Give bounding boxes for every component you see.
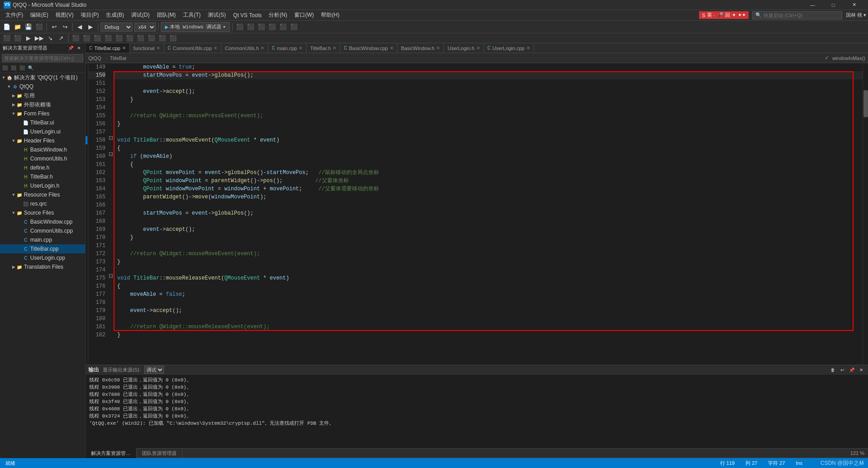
tab-close-btn2[interactable]: ✕ <box>156 46 160 50</box>
tab-close-btn9[interactable]: ✕ <box>476 46 480 50</box>
tab-close-btn8[interactable]: ✕ <box>436 46 440 50</box>
tree-main-cpp[interactable]: C main.cpp <box>0 235 85 244</box>
t2-btn5[interactable]: ↘ <box>45 33 55 43</box>
quick-search-bar[interactable]: 🔍 <box>752 11 842 19</box>
save-btn[interactable]: 💾 <box>23 22 33 32</box>
menu-edit[interactable]: 编辑(E) <box>27 10 52 21</box>
tab-close-btn4[interactable]: ✕ <box>260 46 264 50</box>
undo-btn[interactable]: ↩ <box>49 22 59 32</box>
tree-userlogin-h[interactable]: H UserLogin.h <box>0 181 85 190</box>
tree-commonutils-cpp[interactable]: C CommonUtils.cpp <box>0 226 85 235</box>
tree-userlogin-ui[interactable]: 📄 UserLogin.ui <box>0 127 85 136</box>
tree-titlebar-cpp[interactable]: C TitleBar.cpp <box>0 244 85 253</box>
tab-close-btn3[interactable]: ✕ <box>214 46 217 50</box>
quick-search-input[interactable] <box>763 13 831 18</box>
tab-main-cpp[interactable]: C main.cpp ✕ <box>268 43 306 53</box>
tree-resource-files[interactable]: ▼ 📁 Resource Files <box>0 190 85 199</box>
status-ins[interactable]: Ins <box>794 460 804 466</box>
t2-btn3[interactable]: ▶ <box>23 33 33 43</box>
menu-team[interactable]: 团队(M) <box>153 10 179 21</box>
output-close-btn[interactable]: ✕ <box>857 366 865 374</box>
tab-commonutils-h[interactable]: CommonUtils.h ✕ <box>221 43 268 53</box>
t2-btn10[interactable]: ⬛ <box>103 33 113 43</box>
tab-userlogin-h[interactable]: UserLogin.h ✕ <box>444 43 484 53</box>
t2-btn15[interactable]: ⬛ <box>157 33 167 43</box>
tree-titlebar-ui[interactable]: 📄 TitleBar.ui <box>0 118 85 127</box>
toolbar-extra-btn6[interactable]: ⬛ <box>289 22 299 32</box>
code-editor-area[interactable]: 149 150 151 152 153 154 155 156 157 158 … <box>86 63 868 365</box>
t2-btn13[interactable]: ⬛ <box>136 33 146 43</box>
status-line[interactable]: 行 119 <box>718 460 736 467</box>
tree-header-files[interactable]: ▼ 📁 Header Files <box>0 136 85 145</box>
scrollbar-thumb[interactable] <box>863 90 868 117</box>
tab-titlebar-cpp[interactable]: C TitleBar.cpp ✕ <box>86 43 130 53</box>
tab-close-btn6[interactable]: ✕ <box>333 46 336 50</box>
menu-tools[interactable]: 工具(T) <box>179 10 204 21</box>
sidebar-tb2[interactable]: ⬛ <box>9 64 18 72</box>
tree-translation-files[interactable]: ▶ 📁 Translation Files <box>0 262 85 271</box>
sidebar-pin-btn[interactable]: 📌 <box>67 45 74 52</box>
maximize-button[interactable]: □ <box>823 0 844 10</box>
t2-btn8[interactable]: ⬛ <box>82 33 91 43</box>
toolbar-extra-btn1[interactable]: ⬛ <box>235 22 245 32</box>
t2-btn1[interactable]: ⬛ <box>2 33 12 43</box>
tree-external-deps[interactable]: ▶ 📁 外部依赖项 <box>0 100 85 109</box>
tree-define-h[interactable]: H define.h <box>0 163 85 172</box>
sidebar-tb3[interactable]: ⬛ <box>18 64 26 72</box>
menu-test[interactable]: 测试(S) <box>204 10 229 21</box>
menu-view[interactable]: 视图(V) <box>52 10 77 21</box>
t2-btn6[interactable]: ↗ <box>56 33 66 43</box>
tab-basicwindow-cpp[interactable]: C BasicWindow.cpp ✕ <box>340 43 397 53</box>
menu-build[interactable]: 生成(B) <box>102 10 128 21</box>
open-file-btn[interactable]: 📁 <box>13 22 23 32</box>
fold-btn-175[interactable]: − <box>109 274 113 278</box>
tab-basicwindow-h[interactable]: BasicWindow.h ✕ <box>397 43 444 53</box>
t2-btn16[interactable]: ⬛ <box>168 33 178 43</box>
fold-btn-160[interactable]: − <box>109 152 113 156</box>
redo-btn[interactable]: ↪ <box>60 22 70 32</box>
t2-btn4[interactable]: ▶▶ <box>34 33 44 43</box>
run-debugger-btn[interactable]: ▶ 本地 Windows 调试器 ▾ <box>161 22 230 32</box>
tab-close-btn[interactable]: ✕ <box>122 46 126 50</box>
status-char[interactable]: 字符 27 <box>766 460 786 467</box>
vertical-scrollbar[interactable] <box>863 63 868 365</box>
menu-debug[interactable]: 调试(D) <box>128 10 153 21</box>
sidebar-close-btn[interactable]: ✕ <box>75 45 82 52</box>
tab-close-btn7[interactable]: ✕ <box>390 46 393 50</box>
tree-form-files[interactable]: ▼ 📁 Form Files <box>0 109 85 118</box>
tree-titlebar-h[interactable]: H TitleBar.h <box>0 172 85 181</box>
output-word-wrap-btn[interactable]: ↩ <box>838 366 846 374</box>
sidebar-tb4[interactable]: 🔍 <box>27 64 35 72</box>
bottom-tab-solution[interactable]: 解决方案资源管… <box>86 448 137 458</box>
t2-btn12[interactable]: ⬛ <box>125 33 135 43</box>
menu-analyze[interactable]: 分析(N) <box>265 10 291 21</box>
menu-file[interactable]: 文件(F) <box>2 10 27 21</box>
status-col[interactable]: 列 27 <box>744 460 759 467</box>
platform-dropdown[interactable]: x64 x86 <box>134 23 156 32</box>
tree-basicwindow-h[interactable]: H BasicWindow.h <box>0 145 85 154</box>
toolbar-extra-btn3[interactable]: ⬛ <box>256 22 266 32</box>
sidebar-search-input[interactable] <box>2 54 83 62</box>
debug-config-dropdown[interactable]: Debug Release <box>101 23 132 32</box>
minimize-button[interactable]: — <box>802 0 823 10</box>
output-clear-btn[interactable]: 🗑 <box>829 366 837 374</box>
tree-basicwindow-cpp[interactable]: C BasicWindow.cpp <box>0 217 85 226</box>
toolbar-extra-btn2[interactable]: ⬛ <box>246 22 256 32</box>
toolbar-extra-btn5[interactable]: ⬛ <box>278 22 288 32</box>
sougou-input[interactable]: S英·🎤回✦✦✦ <box>699 11 748 19</box>
menu-project[interactable]: 项目(P) <box>77 10 102 21</box>
tree-references[interactable]: ▶ 📁 引用 <box>0 91 85 100</box>
tree-userlogin-cpp[interactable]: C UserLogin.cpp <box>0 253 85 262</box>
tree-res-qrc[interactable]: ⬛ res.qrc <box>0 199 85 208</box>
menu-help[interactable]: 帮助(H) <box>317 10 343 21</box>
tab-close-btn10[interactable]: ✕ <box>526 46 530 50</box>
tab-functional[interactable]: functional ✕ <box>130 43 164 53</box>
close-button[interactable]: ✕ <box>844 0 864 10</box>
tab-userlogin-cpp[interactable]: C UserLogin.cpp ✕ <box>484 43 534 53</box>
save-all-btn[interactable]: ⬛ <box>34 22 44 32</box>
t2-btn14[interactable]: ⬛ <box>146 33 156 43</box>
t2-btn11[interactable]: ⬛ <box>114 33 124 43</box>
tree-source-files[interactable]: ▼ 📁 Source Files <box>0 208 85 217</box>
sidebar-tb1[interactable]: ⬛ <box>1 64 9 72</box>
tree-solution[interactable]: ▼ 🏠 解决方案 'QtQQ'(1 个项目) <box>0 73 85 82</box>
